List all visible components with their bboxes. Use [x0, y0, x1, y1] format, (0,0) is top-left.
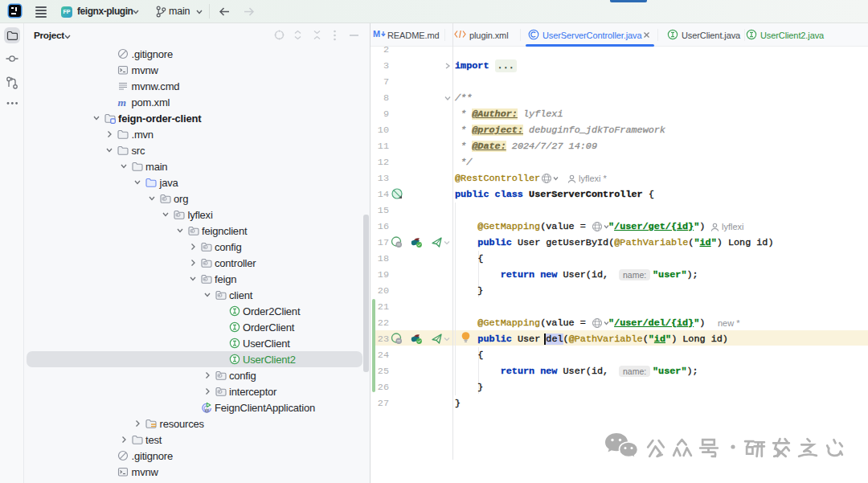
svg-text:M: M	[373, 29, 380, 39]
svg-text:m: m	[118, 96, 127, 108]
